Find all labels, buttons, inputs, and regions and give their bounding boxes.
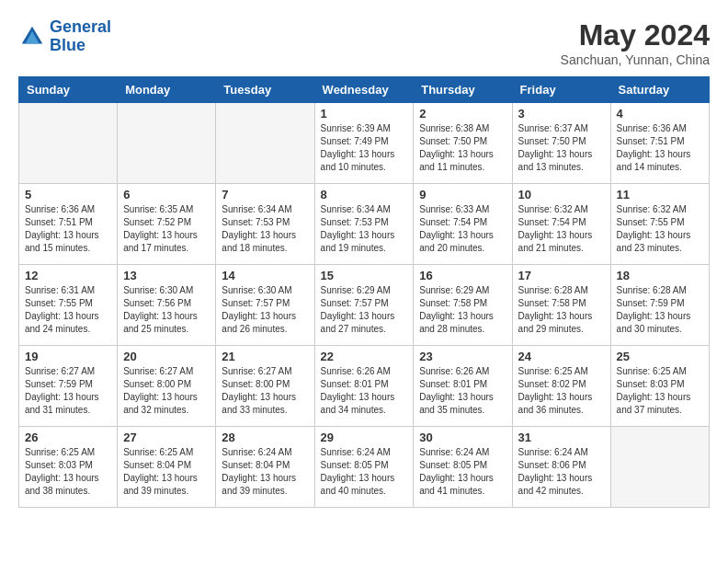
calendar-cell: [216, 103, 314, 184]
calendar-cell: 8Sunrise: 6:34 AM Sunset: 7:53 PM Daylig…: [314, 184, 414, 265]
calendar-cell: 6Sunrise: 6:35 AM Sunset: 7:52 PM Daylig…: [118, 184, 216, 265]
day-info: Sunrise: 6:37 AM Sunset: 7:50 PM Dayligh…: [518, 122, 605, 174]
logo-line2: Blue: [50, 36, 85, 54]
day-number: 27: [123, 431, 210, 444]
week-row-3: 12Sunrise: 6:31 AM Sunset: 7:55 PM Dayli…: [19, 265, 710, 346]
logo: General Blue: [18, 18, 111, 55]
day-info: Sunrise: 6:34 AM Sunset: 7:53 PM Dayligh…: [222, 203, 308, 255]
day-info: Sunrise: 6:24 AM Sunset: 8:05 PM Dayligh…: [419, 446, 506, 498]
day-number: 21: [222, 350, 308, 363]
day-number: 18: [617, 269, 703, 282]
calendar-cell: 22Sunrise: 6:26 AM Sunset: 8:01 PM Dayli…: [314, 346, 414, 427]
day-number: 28: [222, 431, 308, 444]
day-info: Sunrise: 6:26 AM Sunset: 8:01 PM Dayligh…: [321, 365, 408, 417]
day-info: Sunrise: 6:27 AM Sunset: 7:59 PM Dayligh…: [25, 365, 111, 417]
weekday-header-wednesday: Wednesday: [314, 77, 414, 103]
logo-icon: [18, 23, 46, 51]
calendar-cell: 20Sunrise: 6:27 AM Sunset: 8:00 PM Dayli…: [118, 346, 216, 427]
calendar-cell: 18Sunrise: 6:28 AM Sunset: 7:59 PM Dayli…: [610, 265, 709, 346]
day-info: Sunrise: 6:36 AM Sunset: 7:51 PM Dayligh…: [25, 203, 111, 255]
day-info: Sunrise: 6:28 AM Sunset: 7:58 PM Dayligh…: [518, 284, 605, 336]
calendar-cell: 1Sunrise: 6:39 AM Sunset: 7:49 PM Daylig…: [314, 103, 414, 184]
day-number: 17: [518, 269, 605, 282]
day-number: 15: [321, 269, 408, 282]
day-number: 26: [25, 431, 111, 444]
day-number: 4: [617, 107, 703, 121]
calendar-cell: 16Sunrise: 6:29 AM Sunset: 7:58 PM Dayli…: [414, 265, 512, 346]
calendar-cell: 14Sunrise: 6:30 AM Sunset: 7:57 PM Dayli…: [216, 265, 314, 346]
day-info: Sunrise: 6:28 AM Sunset: 7:59 PM Dayligh…: [617, 284, 703, 336]
week-row-4: 19Sunrise: 6:27 AM Sunset: 7:59 PM Dayli…: [19, 346, 710, 427]
calendar-cell: 19Sunrise: 6:27 AM Sunset: 7:59 PM Dayli…: [19, 346, 118, 427]
day-number: 2: [419, 107, 506, 121]
weekday-header-sunday: Sunday: [19, 77, 118, 103]
week-row-5: 26Sunrise: 6:25 AM Sunset: 8:03 PM Dayli…: [19, 427, 710, 508]
day-info: Sunrise: 6:33 AM Sunset: 7:54 PM Dayligh…: [419, 203, 506, 255]
month-title: May 2024: [561, 18, 710, 52]
calendar-cell: 7Sunrise: 6:34 AM Sunset: 7:53 PM Daylig…: [216, 184, 314, 265]
calendar-table: SundayMondayTuesdayWednesdayThursdayFrid…: [18, 76, 710, 508]
day-number: 24: [518, 350, 605, 363]
day-number: 12: [25, 269, 111, 282]
calendar-cell: 21Sunrise: 6:27 AM Sunset: 8:00 PM Dayli…: [216, 346, 314, 427]
location: Sanchuan, Yunnan, China: [561, 52, 710, 67]
weekday-header-saturday: Saturday: [610, 77, 709, 103]
day-info: Sunrise: 6:38 AM Sunset: 7:50 PM Dayligh…: [419, 122, 506, 174]
day-number: 5: [25, 188, 111, 201]
day-info: Sunrise: 6:35 AM Sunset: 7:52 PM Dayligh…: [123, 203, 210, 255]
calendar-cell: 17Sunrise: 6:28 AM Sunset: 7:58 PM Dayli…: [512, 265, 610, 346]
day-info: Sunrise: 6:24 AM Sunset: 8:04 PM Dayligh…: [222, 446, 308, 498]
calendar-cell: 12Sunrise: 6:31 AM Sunset: 7:55 PM Dayli…: [19, 265, 118, 346]
day-info: Sunrise: 6:27 AM Sunset: 8:00 PM Dayligh…: [222, 365, 308, 417]
calendar-cell: 10Sunrise: 6:32 AM Sunset: 7:54 PM Dayli…: [512, 184, 610, 265]
day-info: Sunrise: 6:30 AM Sunset: 7:57 PM Dayligh…: [222, 284, 308, 336]
calendar-cell: [118, 103, 216, 184]
day-info: Sunrise: 6:31 AM Sunset: 7:55 PM Dayligh…: [25, 284, 111, 336]
day-number: 10: [518, 188, 605, 201]
day-number: 20: [123, 350, 210, 363]
day-info: Sunrise: 6:30 AM Sunset: 7:56 PM Dayligh…: [123, 284, 210, 336]
day-number: 22: [321, 350, 408, 363]
calendar-cell: 24Sunrise: 6:25 AM Sunset: 8:02 PM Dayli…: [512, 346, 610, 427]
calendar-cell: [610, 427, 709, 508]
day-number: 6: [123, 188, 210, 201]
day-number: 13: [123, 269, 210, 282]
weekday-header-thursday: Thursday: [414, 77, 512, 103]
day-number: 14: [222, 269, 308, 282]
calendar-cell: 2Sunrise: 6:38 AM Sunset: 7:50 PM Daylig…: [414, 103, 512, 184]
calendar-cell: 4Sunrise: 6:36 AM Sunset: 7:51 PM Daylig…: [610, 103, 709, 184]
day-number: 7: [222, 188, 308, 201]
calendar-cell: 29Sunrise: 6:24 AM Sunset: 8:05 PM Dayli…: [314, 427, 414, 508]
day-info: Sunrise: 6:36 AM Sunset: 7:51 PM Dayligh…: [617, 122, 703, 174]
calendar-cell: 31Sunrise: 6:24 AM Sunset: 8:06 PM Dayli…: [512, 427, 610, 508]
day-info: Sunrise: 6:29 AM Sunset: 7:58 PM Dayligh…: [419, 284, 506, 336]
calendar-cell: 9Sunrise: 6:33 AM Sunset: 7:54 PM Daylig…: [414, 184, 512, 265]
day-number: 19: [25, 350, 111, 363]
day-info: Sunrise: 6:26 AM Sunset: 8:01 PM Dayligh…: [419, 365, 506, 417]
day-info: Sunrise: 6:25 AM Sunset: 8:04 PM Dayligh…: [123, 446, 210, 498]
day-info: Sunrise: 6:34 AM Sunset: 7:53 PM Dayligh…: [321, 203, 408, 255]
day-number: 25: [617, 350, 703, 363]
day-info: Sunrise: 6:25 AM Sunset: 8:03 PM Dayligh…: [25, 446, 111, 498]
calendar-cell: 3Sunrise: 6:37 AM Sunset: 7:50 PM Daylig…: [512, 103, 610, 184]
week-row-1: 1Sunrise: 6:39 AM Sunset: 7:49 PM Daylig…: [19, 103, 710, 184]
day-info: Sunrise: 6:25 AM Sunset: 8:03 PM Dayligh…: [617, 365, 703, 417]
day-number: 3: [518, 107, 605, 121]
calendar-cell: 30Sunrise: 6:24 AM Sunset: 8:05 PM Dayli…: [414, 427, 512, 508]
day-number: 1: [321, 107, 408, 121]
day-number: 29: [321, 431, 408, 444]
day-info: Sunrise: 6:29 AM Sunset: 7:57 PM Dayligh…: [321, 284, 408, 336]
day-number: 11: [617, 188, 703, 201]
title-block: May 2024 Sanchuan, Yunnan, China: [561, 18, 710, 67]
weekday-header-friday: Friday: [512, 77, 610, 103]
calendar-cell: 23Sunrise: 6:26 AM Sunset: 8:01 PM Dayli…: [414, 346, 512, 427]
calendar-cell: 13Sunrise: 6:30 AM Sunset: 7:56 PM Dayli…: [118, 265, 216, 346]
calendar-cell: 28Sunrise: 6:24 AM Sunset: 8:04 PM Dayli…: [216, 427, 314, 508]
calendar-cell: 27Sunrise: 6:25 AM Sunset: 8:04 PM Dayli…: [118, 427, 216, 508]
day-info: Sunrise: 6:24 AM Sunset: 8:06 PM Dayligh…: [518, 446, 605, 498]
weekday-header-tuesday: Tuesday: [216, 77, 314, 103]
day-info: Sunrise: 6:27 AM Sunset: 8:00 PM Dayligh…: [123, 365, 210, 417]
calendar-cell: 11Sunrise: 6:32 AM Sunset: 7:55 PM Dayli…: [610, 184, 709, 265]
page-header: General Blue May 2024 Sanchuan, Yunnan, …: [18, 18, 710, 67]
calendar-cell: [19, 103, 118, 184]
